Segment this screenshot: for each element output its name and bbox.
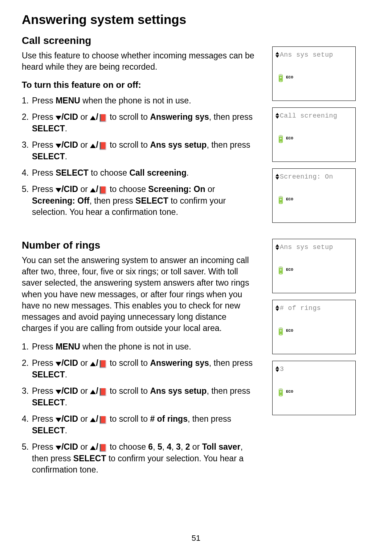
down-arrow-icon (56, 362, 61, 366)
directory-icon: 📕 (98, 186, 107, 194)
page-title: Answering system settings (22, 12, 258, 27)
directory-icon: 📕 (98, 360, 107, 368)
step-number: 4. (22, 167, 32, 179)
eco-label: ECO (286, 268, 293, 272)
lcd-line: Ans sys setup (275, 51, 352, 58)
lcd-status: 🔋 ECO (276, 389, 293, 397)
step-body: Press /CID or /📕 to scroll to Answering … (32, 357, 258, 380)
updown-icon (275, 366, 279, 372)
eco-label: ECO (286, 75, 293, 79)
directory-icon: 📕 (98, 388, 107, 396)
step-1: 1. Press MENU when the phone is not in u… (22, 95, 258, 106)
step-number: 5. (22, 184, 32, 218)
battery-icon: 🔋 (276, 328, 285, 336)
directory-icon: 📕 (98, 142, 107, 150)
battery-icon: 🔋 (276, 197, 285, 204)
step-number: 3. (22, 385, 32, 408)
lcd-ans-sys-setup: Ans sys setup 🔋 ECO (272, 46, 356, 101)
step-4: 4. Press SELECT to choose Call screening… (22, 167, 258, 179)
lcd-screening-on: Screening: On 🔋 ECO (272, 168, 356, 223)
step-body: Press MENU when the phone is not in use. (32, 95, 258, 106)
lcd-status: 🔋 ECO (276, 267, 293, 275)
down-arrow-icon (56, 390, 61, 394)
updown-icon (275, 174, 279, 180)
up-arrow-icon (90, 188, 96, 192)
up-arrow-icon (90, 144, 96, 148)
step-body: Press /CID or /📕 to scroll to Ans sys se… (32, 139, 258, 162)
step-body: Press /CID or /📕 to choose Screening: On… (32, 184, 258, 218)
content-columns: Answering system settings Call screening… (22, 12, 370, 481)
step-number: 2. (22, 357, 32, 380)
step-number: 3. (22, 139, 32, 162)
up-arrow-icon (90, 116, 96, 120)
call-screening-steps: 1. Press MENU when the phone is not in u… (22, 95, 258, 218)
lcd-status: 🔋 ECO (276, 75, 293, 82)
directory-icon: 📕 (98, 416, 107, 424)
eco-label: ECO (286, 136, 293, 140)
step-3: 3. Press /CID or /📕 to scroll to Ans sys… (22, 385, 258, 408)
number-of-rings-steps: 1. Press MENU when the phone is not in u… (22, 341, 258, 475)
lcd-status: 🔋 ECO (276, 136, 293, 143)
up-arrow-icon (90, 418, 96, 422)
lcd-line: Call screening (275, 112, 352, 119)
updown-icon (275, 52, 279, 58)
battery-icon: 🔋 (276, 389, 285, 397)
updown-icon (275, 113, 279, 119)
step-number: 2. (22, 111, 32, 134)
right-column: Ans sys setup 🔋 ECO Call screening 🔋 ECO (272, 12, 363, 481)
lcd-group-2: Ans sys setup 🔋 ECO # of rings 🔋 ECO (272, 239, 363, 415)
lcd-ans-sys-setup-2: Ans sys setup 🔋 ECO (272, 239, 356, 293)
left-column: Answering system settings Call screening… (22, 12, 258, 481)
up-arrow-icon (90, 390, 96, 394)
battery-icon: 🔋 (276, 136, 285, 143)
manual-page: Answering system settings Call screening… (0, 0, 392, 556)
down-arrow-icon (56, 418, 61, 422)
lcd-call-screening: Call screening 🔋 ECO (272, 107, 356, 162)
up-arrow-icon (90, 446, 96, 450)
down-arrow-icon (56, 188, 61, 192)
lcd-status: 🔋 ECO (276, 197, 293, 204)
step-body: Press /CID or /📕 to scroll to Answering … (32, 111, 258, 134)
step-3: 3. Press /CID or /📕 to scroll to Ans sys… (22, 139, 258, 162)
directory-icon: 📕 (98, 444, 107, 452)
lcd-line: 3 (275, 365, 352, 373)
eco-label: ECO (286, 390, 293, 394)
step-number: 1. (22, 341, 32, 352)
down-arrow-icon (56, 446, 61, 450)
updown-icon (275, 244, 279, 250)
number-of-rings-intro: You can set the answering system to answ… (22, 255, 258, 334)
step-5: 5. Press /CID or /📕 to choose 6, 5, 4, 3… (22, 441, 258, 475)
lcd-status: 🔋 ECO (276, 328, 293, 336)
down-arrow-icon (56, 144, 61, 148)
call-screening-intro: Use this feature to choose whether incom… (22, 50, 258, 73)
battery-icon: 🔋 (276, 75, 285, 82)
step-5: 5. Press /CID or /📕 to choose Screening:… (22, 184, 258, 218)
step-1: 1. Press MENU when the phone is not in u… (22, 341, 258, 352)
step-4: 4. Press /CID or /📕 to scroll to # of ri… (22, 413, 258, 436)
step-number: 1. (22, 95, 32, 106)
lcd-line: # of rings (275, 304, 352, 312)
step-body: Press /CID or /📕 to choose 6, 5, 4, 3, 2… (32, 441, 258, 475)
step-body: Press /CID or /📕 to scroll to Ans sys se… (32, 385, 258, 408)
section-heading-call-screening: Call screening (22, 35, 258, 46)
lcd-rings-3: 3 🔋 ECO (272, 361, 356, 415)
step-2: 2. Press /CID or /📕 to scroll to Answeri… (22, 111, 258, 134)
step-number: 5. (22, 441, 32, 475)
eco-label: ECO (286, 329, 293, 333)
step-body: Press MENU when the phone is not in use. (32, 341, 258, 352)
step-body: Press /CID or /📕 to scroll to # of rings… (32, 413, 258, 436)
step-body: Press SELECT to choose Call screening. (32, 167, 258, 179)
up-arrow-icon (90, 362, 96, 366)
down-arrow-icon (56, 116, 61, 120)
lcd-num-rings: # of rings 🔋 ECO (272, 300, 356, 354)
section-heading-number-of-rings: Number of rings (22, 240, 258, 251)
directory-icon: 📕 (98, 114, 107, 122)
subheading-turn-on-off: To turn this feature on or off: (22, 80, 258, 90)
step-number: 4. (22, 413, 32, 436)
step-2: 2. Press /CID or /📕 to scroll to Answeri… (22, 357, 258, 380)
lcd-line: Ans sys setup (275, 244, 352, 251)
battery-icon: 🔋 (276, 267, 285, 275)
page-number: 51 (0, 533, 392, 543)
eco-label: ECO (286, 197, 293, 201)
lcd-line: Screening: On (275, 173, 352, 180)
